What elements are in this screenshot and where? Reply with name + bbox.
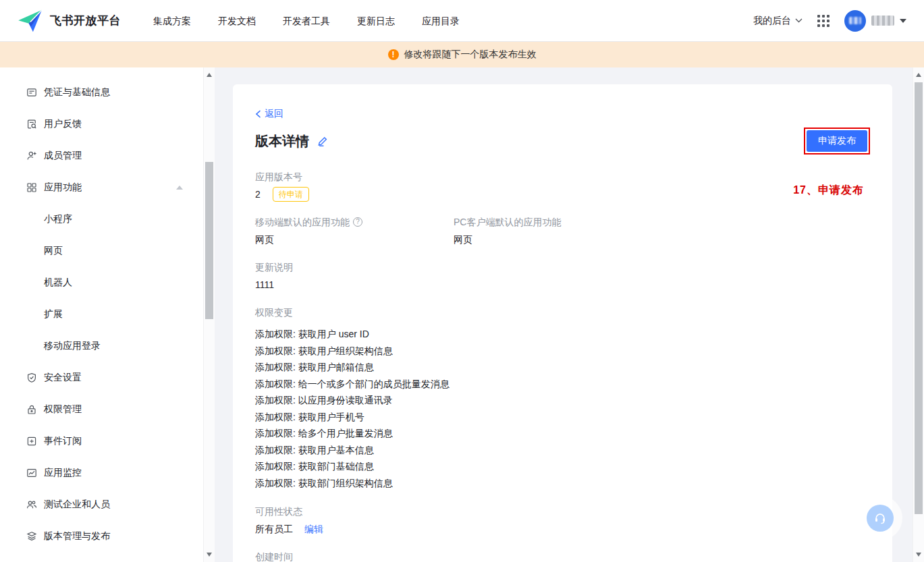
scroll-up-icon[interactable] — [916, 73, 921, 77]
permission-item: 添加权限: 获取部门组织架构信息 — [255, 475, 870, 492]
version-value: 2 — [255, 187, 261, 202]
paper-plane-icon — [18, 9, 43, 32]
fields: 应用版本号 2 待申请 移动端默认的应用功能 网页 — [255, 170, 870, 562]
sidebar-item[interactable]: 事件订阅 — [0, 425, 203, 457]
member-add-icon — [26, 150, 37, 161]
avatar[interactable] — [844, 10, 866, 32]
created-group: 创建时间 曹杰 创建于 2021-8-4 17:50 — [255, 550, 870, 562]
permission-item: 添加权限: 给一个或多个部门的成员批量发消息 — [255, 376, 870, 393]
permission-item: 添加权限: 获取用户手机号 — [255, 409, 870, 426]
update-notes-group: 更新说明 1111 — [255, 260, 870, 292]
update-notes-value: 1111 — [255, 277, 870, 292]
annotation-text: 17、申请发布 — [793, 184, 864, 198]
sidebar-item[interactable]: 应用监控 — [0, 457, 203, 488]
top-nav-item[interactable]: 开发文档 — [205, 0, 269, 42]
field-label: 创建时间 — [255, 550, 870, 562]
shield-icon — [26, 372, 37, 383]
sidebar-item[interactable]: 凭证与基础信息 — [0, 76, 203, 108]
top-nav-item[interactable]: 开发者工具 — [269, 0, 344, 42]
sidebar-scrollbar[interactable] — [203, 67, 215, 562]
sidebar-item[interactable]: 扩展 — [0, 298, 203, 330]
sidebar-item[interactable]: 成员管理 — [0, 140, 203, 171]
permission-list: 添加权限: 获取用户 user ID添加权限: 获取用户组织架构信息添加权限: … — [255, 326, 870, 491]
default-feature-group: 移动端默认的应用功能 网页 PC客户端默认的应用功能 网页 — [255, 215, 870, 247]
permission-item: 添加权限: 获取用户 user ID — [255, 326, 870, 343]
people-icon — [26, 499, 37, 510]
back-link[interactable]: 返回 — [255, 108, 283, 120]
scroll-up-icon[interactable] — [207, 73, 212, 77]
collapse-up-icon[interactable] — [176, 186, 183, 190]
field-label: 权限变更 — [255, 306, 870, 319]
layers-icon — [26, 530, 37, 542]
field-label: 移动端默认的应用功能 — [255, 215, 454, 229]
apps-launcher-icon[interactable] — [817, 15, 830, 27]
sidebar-item[interactable]: 版本管理与发布 — [0, 520, 203, 552]
content-area: 凭证与基础信息 用户反馈 成员管理 应用功能 小程序 — [0, 67, 924, 562]
top-nav-right: 我的后台 — [753, 10, 906, 32]
sidebar-item[interactable]: 机器人 — [0, 266, 203, 298]
sidebar-item[interactable]: 移动应用登录 — [0, 330, 203, 362]
top-nav: 飞书开放平台 集成方案开发文档开发者工具更新日志应用目录 我的后台 — [0, 0, 924, 42]
version-detail-card: 返回 版本详情 申请发布 17、申请发布 应用版本号 — [233, 84, 892, 562]
status-badge: 待申请 — [273, 187, 309, 202]
page-scrollbar-thumb[interactable] — [915, 82, 923, 514]
field-label: 应用版本号 — [255, 170, 870, 184]
availability-group: 可用性状态 所有员工 编辑 — [255, 505, 870, 536]
sidebar-item[interactable]: 测试企业和人员 — [0, 488, 203, 520]
field-label: PC客户端默认的应用功能 — [454, 215, 652, 229]
sidebar-scrollbar-thumb[interactable] — [205, 162, 213, 319]
lock-icon — [26, 403, 37, 415]
top-nav-items: 集成方案开发文档开发者工具更新日志应用目录 — [140, 0, 473, 42]
support-button[interactable] — [867, 505, 894, 532]
feedback-icon — [26, 118, 37, 130]
permission-changes-group: 权限变更 添加权限: 获取用户 user ID添加权限: 获取用户组织架构信息添… — [255, 306, 870, 491]
field-label: 更新说明 — [255, 260, 870, 274]
sidebar: 凭证与基础信息 用户反馈 成员管理 应用功能 小程序 — [0, 67, 203, 562]
top-nav-item[interactable]: 应用目录 — [408, 0, 473, 42]
app-features-grid-icon — [26, 181, 37, 193]
permission-item: 添加权限: 给多个用户批量发消息 — [255, 425, 870, 442]
edit-icon[interactable] — [317, 136, 329, 147]
banner-text: 修改将跟随下一个版本发布生效 — [404, 49, 537, 61]
scroll-down-icon[interactable] — [916, 553, 921, 557]
permission-item: 添加权限: 获取用户基本信息 — [255, 442, 870, 459]
feishu-logo[interactable]: 飞书开放平台 — [18, 9, 121, 32]
annotation-highlight-box: 申请发布 — [804, 128, 870, 154]
availability-value: 所有员工 — [255, 522, 293, 536]
apply-release-button[interactable]: 申请发布 — [807, 130, 867, 152]
permission-item: 添加权限: 获取部门基础信息 — [255, 458, 870, 475]
edit-availability-link[interactable]: 编辑 — [304, 522, 323, 536]
main-panel: 返回 版本详情 申请发布 17、申请发布 应用版本号 — [215, 67, 924, 562]
sidebar-item[interactable]: 网页 — [0, 235, 203, 266]
sidebar-item[interactable]: 用户反馈 — [0, 108, 203, 140]
permission-item: 添加权限: 获取用户组织架构信息 — [255, 343, 870, 360]
permission-item: 添加权限: 以应用身份读取通讯录 — [255, 392, 870, 409]
user-menu[interactable] — [844, 10, 906, 32]
credential-icon — [26, 86, 37, 98]
caret-down-icon — [900, 19, 906, 23]
page-title: 版本详情 — [255, 132, 309, 150]
sidebar-item[interactable]: 权限管理 — [0, 393, 203, 425]
logo-text: 飞书开放平台 — [50, 13, 121, 28]
notice-banner: 修改将跟随下一个版本发布生效 — [0, 42, 924, 67]
page-scrollbar[interactable] — [913, 67, 924, 562]
my-console-label: 我的后台 — [753, 15, 791, 27]
field-label: 可用性状态 — [255, 505, 870, 518]
top-nav-item[interactable]: 集成方案 — [140, 0, 205, 42]
version-group: 应用版本号 2 待申请 — [255, 170, 870, 202]
chevron-left-icon — [255, 110, 261, 118]
scroll-down-icon[interactable] — [207, 553, 212, 557]
top-nav-item[interactable]: 更新日志 — [344, 0, 408, 42]
mobile-default-value: 网页 — [255, 232, 454, 247]
title-row: 版本详情 申请发布 — [255, 130, 870, 152]
my-console-dropdown[interactable]: 我的后台 — [753, 15, 803, 27]
help-icon[interactable] — [353, 217, 362, 227]
sidebar-item[interactable]: 安全设置 — [0, 362, 203, 393]
sidebar-item[interactable]: 应用功能 — [0, 171, 203, 203]
sidebar-item[interactable]: 小程序 — [0, 203, 203, 235]
pc-default-value: 网页 — [454, 232, 652, 247]
headset-icon — [873, 511, 887, 525]
monitor-icon — [26, 467, 37, 478]
permission-item: 添加权限: 获取用户邮箱信息 — [255, 359, 870, 376]
username-blurred — [871, 16, 894, 26]
